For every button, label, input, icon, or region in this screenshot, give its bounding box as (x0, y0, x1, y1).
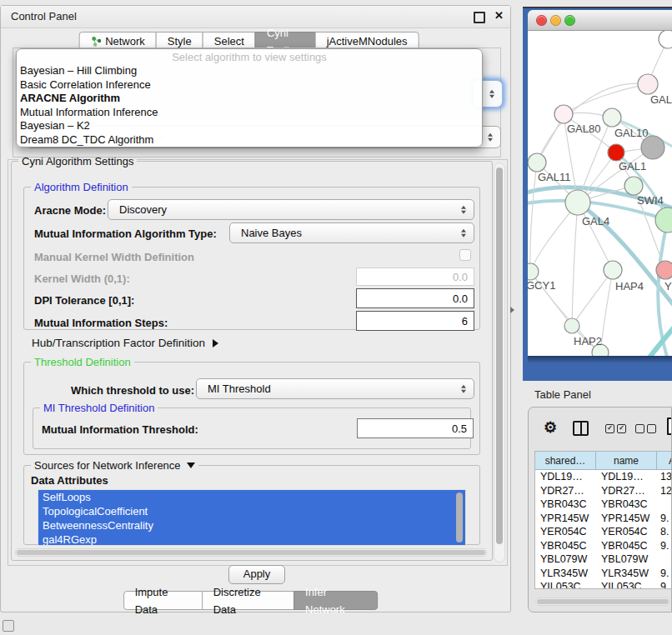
which-threshold-combo[interactable]: MI Threshold (196, 378, 474, 399)
table-row[interactable]: YDL19…YDL19…13 (535, 470, 672, 484)
which-threshold-value: MI Threshold (208, 382, 271, 395)
bottom-tab-label: Infer Network (305, 583, 366, 618)
table-cell: YBL079W (535, 552, 596, 567)
kernel-width-field[interactable]: 0.0 (356, 268, 474, 286)
network-node[interactable] (565, 190, 590, 215)
aracne-mode-label: Aracne Mode: (34, 204, 106, 217)
threshold-definition-title: Threshold Definition (31, 356, 134, 368)
table-cell: 8. (657, 525, 672, 539)
settings-scrollbar-thumb[interactable] (496, 168, 503, 544)
close-panel-icon[interactable]: ✕ (494, 9, 504, 22)
mi-threshold-field[interactable]: 0.5 (357, 418, 474, 438)
network-node[interactable] (554, 105, 573, 123)
float-panel-icon[interactable] (474, 12, 485, 23)
table-panel: ⚙ ✓✓ shared…nameAYDL19…YDL19…13YDR27…YDR… (528, 407, 672, 612)
table-row[interactable]: YIL053CYIL053C9 (535, 580, 672, 589)
collapsed-panel-icon[interactable] (3, 620, 14, 632)
hub-definition-label: Hub/Transcription Factor Definition (32, 337, 205, 349)
hub-definition-toggle[interactable]: Hub/Transcription Factor Definition (32, 337, 218, 349)
table-cell: YBR043C (596, 498, 657, 512)
network-node[interactable] (528, 153, 546, 172)
network-node[interactable] (655, 208, 672, 232)
dpi-tolerance-field[interactable]: 0.0 (356, 288, 474, 308)
network-edge (600, 270, 613, 352)
data-attributes-list[interactable]: SelfLoopsTopologicalCoefficientBetweenne… (38, 489, 466, 546)
apply-button[interactable]: Apply (228, 565, 285, 584)
table-row[interactable]: YBR045CYBR045C9. (535, 539, 672, 553)
aracne-mode-combo[interactable]: Discovery (108, 199, 474, 220)
algorithm-option-mutual-information-inference[interactable]: Mutual Information Inference (17, 106, 482, 120)
column-header-shared[interactable]: shared… (535, 452, 596, 470)
kernel-width-label: Kernel Width (0,1): (34, 272, 130, 285)
column-header-a[interactable]: A (657, 452, 672, 470)
zoom-traffic-light[interactable] (564, 15, 575, 26)
table-cell: YER054C (535, 525, 596, 539)
table-cell: YBR045C (596, 539, 657, 553)
attribute-item-selfloops[interactable]: SelfLoops (38, 490, 465, 504)
network-window-titlebar[interactable] (528, 10, 672, 31)
table-cell: YBR043C (535, 498, 596, 512)
mi-threshold-label: Mutual Information Threshold: (42, 423, 198, 436)
attribute-item-topologicalcoefficient[interactable]: TopologicalCoefficient (38, 504, 465, 518)
algorithm-definition-group: Algorithm Definition Aracne Mode: Discov… (23, 187, 480, 330)
network-node[interactable] (624, 177, 643, 195)
close-traffic-light[interactable] (536, 15, 547, 26)
minimize-traffic-light[interactable] (550, 15, 561, 26)
network-node[interactable] (604, 261, 622, 279)
table-row[interactable]: YER054CYER054C8. (535, 525, 672, 539)
settings-scrollbar[interactable] (494, 162, 505, 562)
network-node[interactable] (659, 31, 672, 48)
table-cell: YDL19… (535, 470, 596, 484)
file-icon[interactable] (667, 418, 672, 435)
control-panel-titlebar: Control Panel ✕ (1, 6, 510, 28)
settings-hscrollbar-thumb[interactable] (17, 550, 485, 555)
table-row[interactable]: YBR043CYBR043C (535, 498, 672, 512)
algorithm-option-basic-correlation-inference[interactable]: Basic Correlation Inference (17, 78, 482, 92)
node-attribute-table: shared…nameAYDL19…YDL19…13YDR27…YDR27…12… (534, 451, 672, 589)
network-canvas[interactable]: GALGAL80GAL10GAL1GAL11SWI4GAL4GCY1HAP4YH… (528, 31, 672, 356)
algorithm-option-aracne-algorithm[interactable]: ARACNE Algorithm (17, 92, 482, 106)
manual-kernel-checkbox[interactable] (459, 249, 471, 261)
node-label-swi4: SWI4 (637, 194, 664, 207)
bottom-tab-impute-data[interactable]: Impute Data (123, 591, 203, 610)
attribute-item-betweennesscentrality[interactable]: BetweennessCentrality (38, 518, 465, 532)
algorithm-option-bayesian-hill-climbing[interactable]: Bayesian – Hill Climbing (17, 64, 482, 78)
split-view-icon[interactable] (573, 421, 589, 436)
sources-group-title[interactable]: Sources for Network Inference (31, 459, 198, 472)
table-row[interactable]: YPR145WYPR145W9. (535, 512, 672, 526)
table-cell: YDR27… (535, 484, 596, 498)
panel-divider-handle[interactable] (510, 307, 514, 313)
mi-type-combo[interactable]: Naive Bayes (229, 222, 474, 243)
table-cell: 9. (657, 512, 672, 526)
mi-steps-field[interactable]: 6 (356, 311, 474, 331)
table-row[interactable]: YLR345WYLR345W9. (535, 567, 672, 581)
attribute-item-gal4rgexp[interactable]: gal4RGexp (38, 532, 465, 546)
table-row[interactable]: YDR27…YDR27…12 (535, 484, 672, 498)
network-node[interactable] (528, 263, 539, 280)
network-node[interactable] (608, 144, 624, 161)
network-node[interactable] (638, 74, 658, 94)
network-node[interactable] (641, 136, 664, 159)
gear-icon[interactable]: ⚙ (544, 418, 557, 437)
algorithm-option-bayesian-k2[interactable]: Bayesian – K2 (17, 119, 482, 133)
deselect-all-checkboxes-icon[interactable] (635, 424, 656, 433)
network-edge (564, 84, 648, 114)
aracne-mode-value: Discovery (119, 203, 167, 216)
mi-type-value: Naive Bayes (241, 227, 302, 239)
select-all-checkboxes-icon[interactable]: ✓✓ (605, 424, 626, 433)
table-row[interactable]: YBL079WYBL079W (535, 552, 672, 567)
mi-steps-value: 6 (462, 315, 468, 328)
network-node[interactable] (564, 318, 579, 333)
table-horizontal-scrollbar[interactable] (535, 598, 670, 606)
expanded-arrow-icon (187, 462, 195, 468)
bottom-tab-discretize-data[interactable]: Discretize Data (202, 591, 294, 610)
table-hscrollbar-thumb[interactable] (537, 599, 669, 604)
attributes-list-scrollbar[interactable] (456, 492, 463, 542)
settings-horizontal-scrollbar[interactable] (15, 548, 487, 557)
bottom-tab-infer-network[interactable]: Infer Network (293, 591, 378, 610)
table-cell: 9. (657, 539, 672, 553)
algorithm-option-dream8-dc-tdc-algorithm[interactable]: Dream8 DC_TDC Algorithm (17, 133, 482, 148)
network-node[interactable] (603, 108, 621, 127)
column-header-name[interactable]: name (596, 452, 657, 470)
network-node[interactable] (656, 261, 672, 279)
